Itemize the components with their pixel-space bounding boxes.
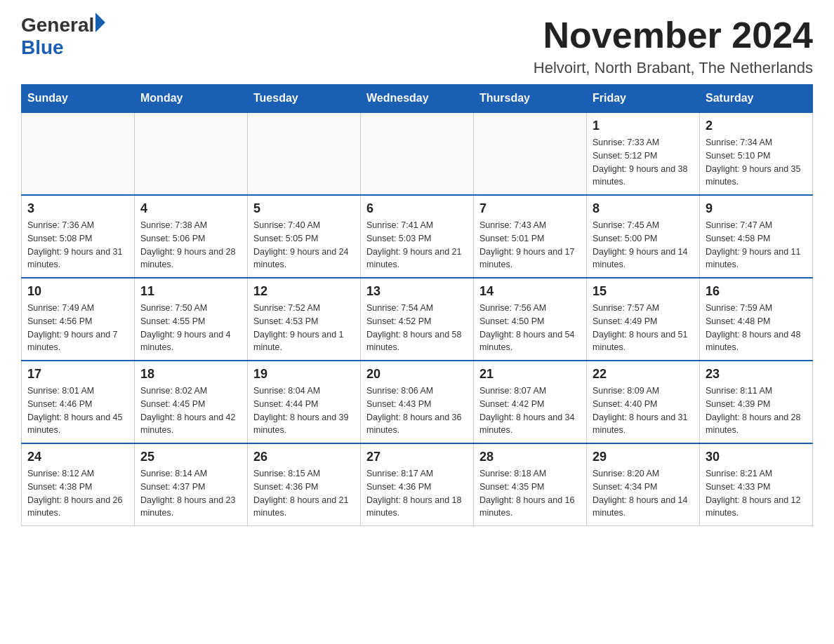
day-number: 7 [479,201,581,216]
calendar-cell: 28Sunrise: 8:18 AMSunset: 4:35 PMDayligh… [474,443,587,526]
day-number: 2 [706,119,807,133]
calendar-cell: 4Sunrise: 7:38 AMSunset: 5:06 PMDaylight… [135,195,248,278]
day-info: Sunrise: 8:17 AMSunset: 4:36 PMDaylight:… [366,469,462,518]
day-number: 25 [140,450,241,464]
calendar-cell [474,112,587,195]
day-info: Sunrise: 7:40 AMSunset: 5:05 PMDaylight:… [253,220,349,269]
page-header: General Blue November 2024 Helvoirt, Nor… [21,14,813,77]
weekday-header-tuesday: Tuesday [248,85,361,113]
day-info: Sunrise: 8:12 AMSunset: 4:38 PMDaylight:… [27,469,123,518]
day-info: Sunrise: 7:38 AMSunset: 5:06 PMDaylight:… [140,220,236,269]
calendar-cell: 19Sunrise: 8:04 AMSunset: 4:44 PMDayligh… [248,361,361,443]
day-info: Sunrise: 8:20 AMSunset: 4:34 PMDaylight:… [593,469,688,518]
day-info: Sunrise: 8:14 AMSunset: 4:37 PMDaylight:… [140,469,236,518]
day-number: 19 [253,367,355,382]
day-number: 10 [27,284,128,299]
logo-general-text: General [21,14,94,36]
day-info: Sunrise: 7:57 AMSunset: 4:49 PMDaylight:… [593,303,688,352]
weekday-header-sunday: Sunday [22,85,135,113]
day-info: Sunrise: 8:06 AMSunset: 4:43 PMDaylight:… [366,386,462,435]
day-info: Sunrise: 8:21 AMSunset: 4:33 PMDaylight:… [706,469,801,518]
calendar-cell: 14Sunrise: 7:56 AMSunset: 4:50 PMDayligh… [474,278,587,361]
calendar-cell [135,112,248,195]
weekday-header-saturday: Saturday [700,85,813,113]
day-number: 28 [479,450,581,464]
day-info: Sunrise: 7:54 AMSunset: 4:52 PMDaylight:… [366,303,462,352]
logo: General Blue [21,14,105,59]
day-info: Sunrise: 8:02 AMSunset: 4:45 PMDaylight:… [140,386,236,435]
day-info: Sunrise: 8:01 AMSunset: 4:46 PMDaylight:… [27,386,123,435]
day-number: 24 [27,450,128,464]
day-number: 20 [366,367,468,382]
day-info: Sunrise: 8:11 AMSunset: 4:39 PMDaylight:… [706,386,801,435]
calendar-cell: 27Sunrise: 8:17 AMSunset: 4:36 PMDayligh… [361,443,474,526]
day-info: Sunrise: 7:36 AMSunset: 5:08 PMDaylight:… [27,220,123,269]
day-number: 11 [140,284,241,299]
month-title: November 2024 [534,14,813,56]
day-number: 17 [27,367,128,382]
calendar-cell: 21Sunrise: 8:07 AMSunset: 4:42 PMDayligh… [474,361,587,443]
calendar-cell [361,112,474,195]
calendar-week-5: 24Sunrise: 8:12 AMSunset: 4:38 PMDayligh… [22,443,813,526]
calendar-cell: 5Sunrise: 7:40 AMSunset: 5:05 PMDaylight… [248,195,361,278]
calendar-cell: 15Sunrise: 7:57 AMSunset: 4:49 PMDayligh… [587,278,700,361]
calendar-week-1: 1Sunrise: 7:33 AMSunset: 5:12 PMDaylight… [22,112,813,195]
day-number: 4 [140,201,241,216]
calendar-cell: 3Sunrise: 7:36 AMSunset: 5:08 PMDaylight… [22,195,135,278]
calendar-cell: 23Sunrise: 8:11 AMSunset: 4:39 PMDayligh… [700,361,813,443]
calendar-table: SundayMondayTuesdayWednesdayThursdayFrid… [21,84,813,526]
logo-blue-text: Blue [21,36,64,59]
title-area: November 2024 Helvoirt, North Brabant, T… [534,14,813,77]
day-number: 18 [140,367,241,382]
day-info: Sunrise: 7:59 AMSunset: 4:48 PMDaylight:… [706,303,801,352]
day-number: 14 [479,284,581,299]
calendar-week-2: 3Sunrise: 7:36 AMSunset: 5:08 PMDaylight… [22,195,813,278]
day-number: 6 [366,201,468,216]
calendar-cell: 10Sunrise: 7:49 AMSunset: 4:56 PMDayligh… [22,278,135,361]
weekday-header-thursday: Thursday [474,85,587,113]
calendar-cell: 16Sunrise: 7:59 AMSunset: 4:48 PMDayligh… [700,278,813,361]
day-info: Sunrise: 8:15 AMSunset: 4:36 PMDaylight:… [253,469,349,518]
day-number: 3 [27,201,128,216]
day-info: Sunrise: 7:50 AMSunset: 4:55 PMDaylight:… [140,303,231,352]
day-info: Sunrise: 7:41 AMSunset: 5:03 PMDaylight:… [366,220,462,269]
calendar-cell: 30Sunrise: 8:21 AMSunset: 4:33 PMDayligh… [700,443,813,526]
calendar-cell: 24Sunrise: 8:12 AMSunset: 4:38 PMDayligh… [22,443,135,526]
day-info: Sunrise: 7:34 AMSunset: 5:10 PMDaylight:… [706,137,801,187]
calendar-cell: 25Sunrise: 8:14 AMSunset: 4:37 PMDayligh… [135,443,248,526]
calendar-cell: 8Sunrise: 7:45 AMSunset: 5:00 PMDaylight… [587,195,700,278]
day-info: Sunrise: 7:47 AMSunset: 4:58 PMDaylight:… [706,220,801,269]
day-info: Sunrise: 7:33 AMSunset: 5:12 PMDaylight:… [593,137,688,187]
day-number: 21 [479,367,581,382]
day-info: Sunrise: 8:18 AMSunset: 4:35 PMDaylight:… [479,469,575,518]
calendar-cell: 18Sunrise: 8:02 AMSunset: 4:45 PMDayligh… [135,361,248,443]
day-number: 23 [706,367,807,382]
weekday-header-friday: Friday [587,85,700,113]
day-number: 12 [253,284,355,299]
day-info: Sunrise: 8:07 AMSunset: 4:42 PMDaylight:… [479,386,575,435]
calendar-week-3: 10Sunrise: 7:49 AMSunset: 4:56 PMDayligh… [22,278,813,361]
calendar-cell [248,112,361,195]
calendar-header-row: SundayMondayTuesdayWednesdayThursdayFrid… [22,85,813,113]
day-number: 8 [593,201,694,216]
calendar-cell: 2Sunrise: 7:34 AMSunset: 5:10 PMDaylight… [700,112,813,195]
logo-triangle-icon [95,13,105,32]
day-number: 5 [253,201,355,216]
day-number: 15 [593,284,694,299]
day-number: 9 [706,201,807,216]
calendar-week-4: 17Sunrise: 8:01 AMSunset: 4:46 PMDayligh… [22,361,813,443]
calendar-cell: 26Sunrise: 8:15 AMSunset: 4:36 PMDayligh… [248,443,361,526]
calendar-cell: 11Sunrise: 7:50 AMSunset: 4:55 PMDayligh… [135,278,248,361]
day-info: Sunrise: 7:49 AMSunset: 4:56 PMDaylight:… [27,303,118,352]
calendar-cell: 17Sunrise: 8:01 AMSunset: 4:46 PMDayligh… [22,361,135,443]
day-number: 1 [593,119,694,133]
calendar-cell: 20Sunrise: 8:06 AMSunset: 4:43 PMDayligh… [361,361,474,443]
calendar-cell: 22Sunrise: 8:09 AMSunset: 4:40 PMDayligh… [587,361,700,443]
calendar-cell [22,112,135,195]
calendar-cell: 13Sunrise: 7:54 AMSunset: 4:52 PMDayligh… [361,278,474,361]
weekday-header-wednesday: Wednesday [361,85,474,113]
day-info: Sunrise: 7:52 AMSunset: 4:53 PMDaylight:… [253,303,344,352]
day-number: 16 [706,284,807,299]
day-number: 27 [366,450,468,464]
day-info: Sunrise: 8:04 AMSunset: 4:44 PMDaylight:… [253,386,349,435]
